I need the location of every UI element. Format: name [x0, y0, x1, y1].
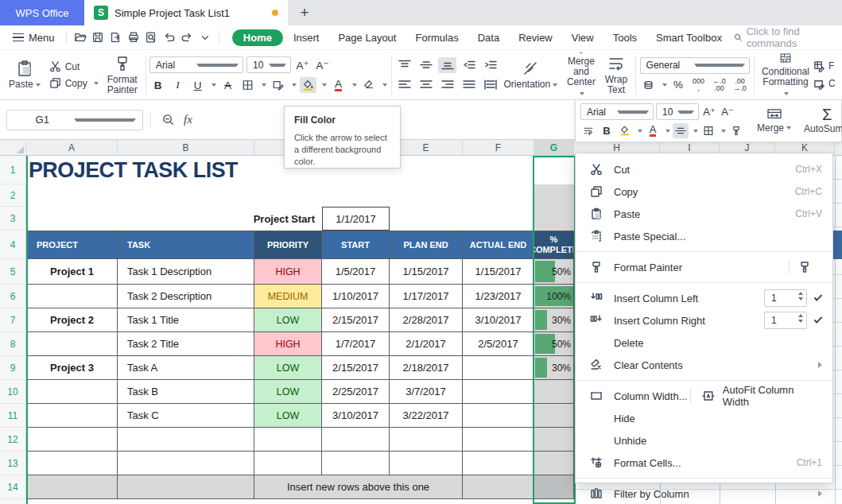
column-header-g-selected[interactable]: G: [534, 140, 574, 155]
tab-review[interactable]: Review: [510, 29, 561, 46]
cell-plan-end[interactable]: 2/18/2017: [390, 356, 463, 380]
row-header-12[interactable]: 12: [0, 428, 26, 452]
save-button[interactable]: [91, 29, 105, 46]
cell-project[interactable]: [26, 404, 118, 428]
cell-footer-g[interactable]: [534, 475, 574, 499]
cell-blank[interactable]: [463, 428, 534, 452]
borders-button[interactable]: [239, 77, 256, 93]
menu-item-unhide[interactable]: Unhide: [576, 429, 832, 452]
row-header-5[interactable]: 5: [0, 259, 26, 285]
menu-item-insert-column-right[interactable]: Insert Column Right 1: [576, 309, 832, 331]
row-header-4[interactable]: 4: [0, 231, 26, 259]
italic-button[interactable]: I: [169, 77, 186, 93]
row-header-13[interactable]: 13: [0, 452, 26, 475]
cell-style-button[interactable]: C: [813, 78, 837, 90]
format-painter-lock-icon[interactable]: [797, 261, 813, 273]
cell-project[interactable]: [26, 332, 118, 356]
stepper-arrows[interactable]: [798, 314, 803, 323]
header-task[interactable]: TASK: [118, 231, 254, 259]
number-format-select[interactable]: General: [640, 57, 750, 74]
redo-button[interactable]: [180, 29, 194, 46]
stepper-arrows[interactable]: [798, 292, 803, 300]
conditional-formatting-button[interactable]: Conditional Formatting: [758, 52, 813, 98]
cell-start[interactable]: 1/5/2017: [322, 259, 390, 285]
cell-project[interactable]: Project 3: [26, 356, 118, 380]
cell-blank[interactable]: [254, 452, 322, 475]
insert-function-button[interactable]: fx: [184, 113, 192, 126]
cell-actual-end[interactable]: [463, 356, 534, 380]
percent-style-button[interactable]: %: [670, 77, 687, 93]
mini-format-painter-button[interactable]: [728, 123, 744, 138]
orientation-button[interactable]: Orientation: [499, 52, 561, 98]
mini-autosum-button[interactable]: Σ AutoSum: [797, 103, 842, 139]
format-painter-button[interactable]: Format Painter: [103, 55, 142, 95]
menu-item-format-painter[interactable]: Format Painter: [576, 256, 832, 278]
cell-plan-end[interactable]: 2/28/2017: [390, 308, 463, 332]
menu-item-paste-special[interactable]: Paste Special...: [576, 225, 832, 247]
menu-item-copy[interactable]: Copy Ctrl+C: [576, 180, 832, 203]
cell-blank-g[interactable]: [534, 452, 574, 475]
tab-data[interactable]: Data: [469, 29, 508, 46]
cell-project-start-value[interactable]: 1/1/2017: [322, 207, 390, 231]
insert-right-count-stepper[interactable]: 1: [764, 312, 807, 329]
header-percent-complete[interactable]: % COMPLETE: [534, 231, 574, 259]
cell-priority[interactable]: LOW: [254, 356, 322, 380]
cell-start[interactable]: 1/10/2017: [322, 285, 390, 308]
more-commands-button[interactable]: [198, 29, 212, 46]
bold-button[interactable]: B: [149, 77, 166, 93]
cell-complete[interactable]: 100%: [534, 285, 574, 308]
align-right-button[interactable]: [438, 77, 456, 93]
cell-project[interactable]: [26, 380, 118, 404]
cell-actual-end[interactable]: 1/15/2017: [463, 259, 534, 285]
mini-bold-button[interactable]: B: [599, 123, 615, 138]
decrease-font-size-button[interactable]: A⁻: [314, 57, 331, 73]
row-header-8[interactable]: 8: [0, 332, 26, 356]
cell-task[interactable]: Task A: [118, 356, 254, 380]
find-commands-search[interactable]: Click to find commands: [734, 25, 834, 49]
cell-blank[interactable]: [254, 428, 322, 452]
zoom-out-formula-button[interactable]: [158, 111, 177, 129]
cell-project-start-label[interactable]: Project Start: [118, 207, 322, 231]
menu-item-delete[interactable]: Delete: [576, 331, 832, 354]
cell-actual-end[interactable]: [463, 380, 534, 404]
mini-font-size-select[interactable]: 10: [656, 103, 699, 120]
font-color-button[interactable]: A: [330, 77, 347, 93]
merge-and-center-button[interactable]: Merge and Center: [561, 52, 601, 98]
menu-item-clear-contents[interactable]: Clear Contents: [576, 354, 832, 376]
comma-style-button[interactable]: 000,: [690, 78, 708, 92]
wrap-text-button[interactable]: Wrap Text: [601, 52, 631, 98]
align-bottom-button[interactable]: [438, 57, 456, 73]
mini-font-color-button[interactable]: A: [645, 123, 661, 138]
tab-page-layout[interactable]: Page Layout: [329, 29, 405, 46]
cell-task[interactable]: Task 1 Description: [118, 259, 254, 285]
cell-blank[interactable]: [390, 452, 463, 475]
undo-button[interactable]: [162, 29, 177, 46]
cell-e3[interactable]: [390, 207, 463, 231]
cell-g3[interactable]: [534, 207, 574, 231]
cell-priority[interactable]: LOW: [254, 308, 322, 332]
cell-footer[interactable]: [26, 475, 118, 499]
tab-tools[interactable]: Tools: [604, 29, 646, 46]
format-as-table-button[interactable]: F: [813, 60, 837, 72]
tab-insert[interactable]: Insert: [285, 29, 328, 46]
decrease-indent-button[interactable]: [460, 57, 478, 73]
copy-button[interactable]: Copy: [49, 77, 99, 89]
underline-button[interactable]: U: [189, 77, 206, 93]
row-header-7[interactable]: 7: [0, 308, 26, 332]
menu-item-filter-by-column[interactable]: Filter by Column: [576, 483, 832, 504]
align-left-button[interactable]: [395, 77, 413, 93]
row-header-10[interactable]: 10: [0, 380, 26, 404]
mini-wrap-text-button[interactable]: [580, 123, 596, 138]
mini-borders-button[interactable]: [700, 123, 716, 138]
strikethrough-button[interactable]: A: [219, 77, 236, 93]
print-button[interactable]: [126, 29, 141, 46]
name-box[interactable]: G1: [6, 110, 143, 130]
cell-project[interactable]: Project 1: [26, 259, 118, 285]
cell-g1[interactable]: [534, 156, 574, 184]
cell-task[interactable]: Task 1 Title: [118, 308, 254, 332]
cell-g2[interactable]: [534, 184, 574, 207]
header-start[interactable]: START: [322, 231, 390, 259]
align-middle-button[interactable]: [417, 57, 435, 73]
cell-start[interactable]: 2/15/2017: [322, 308, 390, 332]
header-plan-end[interactable]: PLAN END: [390, 231, 463, 259]
